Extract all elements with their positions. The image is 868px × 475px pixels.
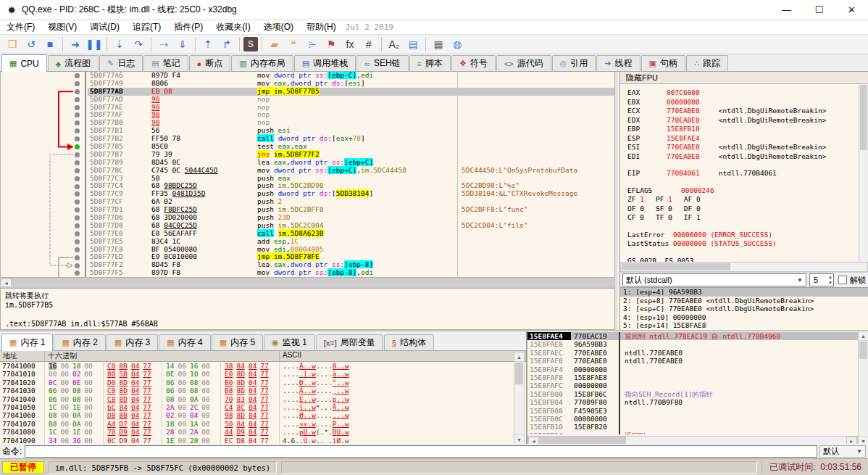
registers-hscrollbar[interactable] <box>620 262 868 272</box>
comments-icon[interactable]: ❝ <box>285 36 302 52</box>
memory-row[interactable]: 7704106008000A00D88B047702000400988D0477… <box>0 411 526 419</box>
menu-item-t[interactable]: 追踪(T) <box>126 20 167 35</box>
tab-调用堆栈[interactable]: ▤调用堆栈 <box>294 55 356 71</box>
argument-row[interactable]: 1: [esp+4] 96A59BB3 <box>620 288 868 297</box>
stack-row[interactable]: 15E8FB04770B9F80ntdll.770B9F80 <box>527 398 858 406</box>
memory-row[interactable]: 770410501C001E006C8404772A002C00C48C0477… <box>0 403 526 411</box>
dump-tab-局部变量[interactable]: [x=]局部变量 <box>316 334 383 350</box>
register-row[interactable]: EDX770EABE0<ntdll.DbgUiRemoteBreakin> <box>627 116 868 125</box>
snowman-icon[interactable]: # <box>360 36 377 52</box>
flags-row[interactable]: ZF 1PF 1AF 0 <box>627 195 868 205</box>
bookmarks-icon[interactable]: ⚑ <box>322 36 340 52</box>
stack-row[interactable]: 15E8FB1015E8FB20 <box>527 423 858 431</box>
stack-row[interactable]: 15E8FAF0770EABE0ntdll.770EABE0 <box>527 357 858 365</box>
memory-row[interactable]: 770410801C001E0070D9047728002A0044D90477… <box>0 428 526 436</box>
unlock-checkbox[interactable]: 解锁 <box>838 275 866 286</box>
breakpoint-dot[interactable] <box>75 239 80 244</box>
disasm-row[interactable]: 5D8F77ABEB 08jmp im.5D8F77B5 <box>88 88 614 96</box>
register-row[interactable]: EIP770B4061ntdll.770B4061 <box>627 169 868 178</box>
memory-row[interactable]: 7704100016001800C08B04771400160038840477… <box>0 362 526 370</box>
command-input[interactable] <box>25 445 817 458</box>
calculator-icon[interactable]: ▦ <box>430 36 447 52</box>
dump-tab-内存3[interactable]: ▦内存 3 <box>107 334 158 350</box>
close-button[interactable]: ✕ <box>835 0 868 20</box>
stack-row[interactable]: 15E8FAE896A59BB3 <box>527 340 858 348</box>
breakpoint-dot[interactable] <box>75 176 80 181</box>
menu-item-h[interactable]: 帮助(H) <box>300 20 343 35</box>
breakpoint-dot[interactable] <box>75 160 80 165</box>
register-row[interactable]: ESP15E8FAE4 <box>627 134 868 144</box>
stack-row[interactable]: 15E8FB0015E8FB6C指向SEH_Record[1]的指针 <box>527 390 858 398</box>
tab-断点[interactable]: ●断点 <box>189 55 231 71</box>
memory-row[interactable]: 7704101000000200805B04770E001000E08D0477… <box>0 370 526 378</box>
breakpoint-dot[interactable] <box>75 231 80 236</box>
memory-dump-rows[interactable]: 7704100016001800C08B04771400160038840477… <box>0 362 526 445</box>
dump-tab-内存2[interactable]: ▦内存 2 <box>54 334 105 350</box>
disasm-row[interactable]: 5D8F77AE90nop <box>88 104 614 112</box>
column-header-address[interactable]: 地址 <box>0 351 45 361</box>
run-to-user-code-icon[interactable]: ↱ <box>218 36 235 52</box>
last-status-row[interactable]: LastStatus 00000000 (STATUS_SUCCESS) <box>627 239 868 249</box>
register-row[interactable]: ESI770EABE0<ntdll.DbgUiRemoteBreakin> <box>627 143 868 152</box>
disasm-row[interactable]: 5D8F77B090nop <box>88 119 614 127</box>
world-icon[interactable]: ◍ <box>448 36 466 52</box>
step-out-icon[interactable]: ⇓ <box>174 36 191 52</box>
argument-row[interactable]: 2: [esp+8] 770EABE0 <ntdll.DbgUiRemoteBr… <box>620 297 868 305</box>
breakpoint-dot[interactable] <box>75 97 80 102</box>
tab-笔记[interactable]: ▤笔记 <box>143 55 188 71</box>
scroll-thumb[interactable] <box>859 342 867 359</box>
tab-跟踪[interactable]: ∴跟踪 <box>686 55 728 71</box>
checkbox-icon[interactable] <box>838 276 847 284</box>
disasm-row[interactable]: 5D8F77BCC745 0C 5044C45Dmov dword ptr ss… <box>88 167 614 175</box>
memory-row[interactable]: 7704104006000800C88D047708000A0070830477… <box>0 395 526 403</box>
tab-脚本[interactable]: ≡脚本 <box>409 55 451 71</box>
stack-vscrollbar[interactable]: ▲ ▼ <box>858 331 868 445</box>
dump-tab-内存4[interactable]: ▦内存 4 <box>159 334 210 350</box>
column-header-hex[interactable]: 十六进制 <box>45 351 280 361</box>
stack-row[interactable]: 15E8FAF815E8FAE8 <box>527 373 858 381</box>
memory-row[interactable]: 7704103006000800C08D047706000800B88D0477… <box>0 387 526 395</box>
stack-row[interactable]: 15E8FB14返回到 <box>527 431 858 434</box>
breakpoint-dot[interactable] <box>75 105 80 110</box>
stack-row[interactable]: 15E8FB0C00000000 <box>527 415 858 423</box>
flags-row[interactable]: OF 0SF 0DF 0 <box>627 205 868 214</box>
breakpoint-dot[interactable] <box>75 89 80 94</box>
disasm-row[interactable]: 5D8F77F5897D F8mov dword ptr ss:[ebp-8],… <box>88 269 614 277</box>
register-row[interactable]: EBX00000000 <box>627 98 868 107</box>
register-row[interactable]: EDI770EABE0<ntdll.DbgUiRemoteBreakin> <box>627 152 868 162</box>
modules-icon[interactable]: ▤ <box>404 36 422 52</box>
tab-符号[interactable]: ❖符号 <box>451 55 496 71</box>
scroll-down-icon[interactable]: ▼ <box>514 434 524 444</box>
pause-icon[interactable]: ❚❚ <box>85 36 103 52</box>
dump-tab-内存1[interactable]: ▦内存 1 <box>1 334 53 351</box>
column-header-ascii[interactable]: ASCII <box>280 351 526 361</box>
disasm-row[interactable]: 5D8F77AF90nop <box>88 111 614 119</box>
step-over-icon[interactable]: ↷ <box>130 36 147 52</box>
menu-item-f[interactable]: 文件(F) <box>0 20 41 35</box>
scroll-up-icon[interactable]: ▲ <box>859 331 868 341</box>
labels-icon[interactable]: ⌲ <box>304 36 321 52</box>
registers-vscrollbar[interactable] <box>859 84 868 262</box>
hide-fpu-button[interactable]: 隐藏FPU <box>620 72 868 84</box>
flags-row[interactable]: CF 0TF 0IF 1 <box>627 213 868 223</box>
run-icon[interactable]: ➜ <box>67 36 84 52</box>
scroll-thumb[interactable] <box>12 278 614 287</box>
tab-日志[interactable]: ✎日志 <box>99 55 143 71</box>
tab-内存布局[interactable]: ▥内存布局 <box>231 55 293 71</box>
memory-row[interactable]: 7704107008000A00A4D7047718001A0050840477… <box>0 420 526 428</box>
memory-row[interactable]: 770410200C000E00D08D047706000800B08D0477… <box>0 379 526 387</box>
tab-seh链[interactable]: ∞SEH链 <box>356 55 409 71</box>
scroll-thumb[interactable] <box>515 363 523 384</box>
execute-till-return-icon[interactable]: ⇡ <box>199 36 217 52</box>
patches-icon[interactable]: ▰ <box>266 36 283 52</box>
tab-流程图[interactable]: ♣流程图 <box>48 55 99 71</box>
register-row[interactable]: EFLAGS00000246 <box>627 186 868 196</box>
open-file-icon[interactable]: ❒ <box>4 36 21 52</box>
calling-convention-select[interactable]: 默认 (stdcall) ▼ <box>622 273 806 286</box>
dump-tab-监视1[interactable]: ◉监视 1 <box>264 334 315 350</box>
dump-vscrollbar[interactable]: ▲ ▼ <box>514 352 525 445</box>
disasm-row[interactable]: 5D8F77AD90nop <box>88 96 614 104</box>
segment-registers-row[interactable]: GS 002B FS 0053 <box>627 257 868 263</box>
register-row[interactable]: EBP15E8FB10 <box>627 125 868 134</box>
command-scope-select[interactable]: 默认 ▼ <box>819 445 866 458</box>
